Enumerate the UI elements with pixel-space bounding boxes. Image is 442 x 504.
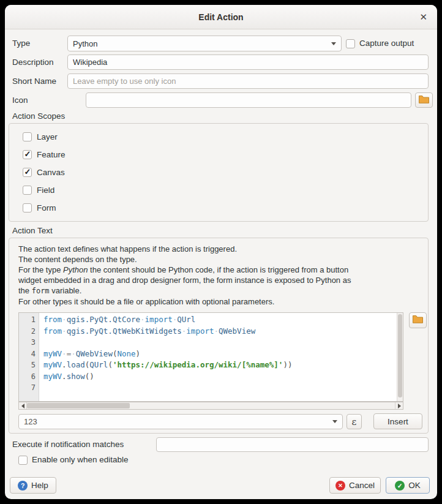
folder-icon [419,95,429,106]
scope-item-feature[interactable]: Feature [23,146,66,164]
line-number: 7 [19,382,36,394]
enable-editable-label: Enable only when editable [32,454,129,466]
scope-item-layer[interactable]: Layer [23,128,66,146]
capture-output-label: Capture output [359,36,414,51]
scope-checkbox-canvas[interactable] [23,168,32,177]
action-text-help-line: The content depends on the type. [18,254,351,265]
code-line[interactable] [43,337,403,348]
scroll-left-arrow[interactable] [19,402,27,409]
code-gutter: 1234567 [19,313,39,401]
folder-icon [413,315,423,326]
description-input[interactable] [67,55,429,70]
type-value: Python [73,39,328,48]
code-line[interactable]: from·qgis.PyQt.QtWebKitWidgets·import·QW… [43,326,403,337]
line-number: 4 [19,348,36,360]
cancel-button[interactable]: ✕ Cancel [329,477,381,494]
insert-button-label: Insert [388,417,408,426]
code-vertical-scrollbar[interactable] [397,313,403,401]
action-text-help-line: widget embedded in a drag and drop desig… [18,275,351,285]
expression-epsilon-icon: ε [352,416,357,427]
titlebar[interactable]: Edit Action ✕ [5,5,437,29]
scope-label: Feature [37,150,66,159]
scope-checkbox-form[interactable] [23,203,32,213]
code-text-area[interactable]: from·qgis.PyQt.QtCore·import·QUrlfrom·qg… [39,313,403,401]
code-editor[interactable]: 1234567 from·qgis.PyQt.QtCore·import·QUr… [18,312,403,402]
variable-combo[interactable]: 123 [18,414,343,429]
chevron-down-icon [332,420,337,423]
ok-icon: ✓ [395,481,405,491]
cancel-button-label: Cancel [349,481,375,490]
enable-editable-checkbox[interactable] [18,456,28,465]
help-button[interactable]: ? Help [10,477,56,494]
help-button-label: Help [31,481,48,490]
action-text-help-line: For other types it should be a file or a… [18,296,351,307]
scope-checkbox-field[interactable] [23,186,32,195]
execute-notification-label: Execute if notification matches [12,437,124,452]
edit-action-dialog: Edit Action ✕ Type Python Capture output… [5,5,437,499]
short-name-input[interactable] [67,73,429,89]
action-scopes-title: Action Scopes [12,111,65,121]
chevron-down-icon [331,42,336,45]
cancel-icon: ✕ [335,481,345,491]
code-line[interactable]: from·qgis.PyQt.QtCore·import·QUrl [43,314,403,326]
scope-item-canvas[interactable]: Canvas [23,164,66,181]
line-number: 6 [19,371,36,383]
action-scopes-group: LayerFeatureCanvasFieldForm [9,123,429,222]
description-label: Description [12,55,54,70]
line-number: 5 [19,359,36,371]
line-number: 2 [19,326,36,337]
variable-combo-value: 123 [24,417,329,426]
dialog-title: Edit Action [198,12,243,22]
scope-checkbox-layer[interactable] [23,132,32,141]
action-text-help-line: For the type Python the content should b… [18,265,351,275]
hscroll-thumb[interactable] [27,403,130,408]
capture-output-checkbox[interactable] [346,39,355,48]
expression-builder-button[interactable]: ε [346,414,362,429]
scope-label: Layer [37,132,58,141]
type-select[interactable]: Python [67,36,342,51]
code-open-file-button[interactable] [409,312,427,328]
code-line[interactable]: myWV.show() [43,371,403,383]
help-icon: ? [18,481,28,491]
ok-button-label: OK [408,481,421,490]
icon-browse-button[interactable] [415,92,433,108]
scope-checkbox-feature[interactable] [23,150,32,159]
type-label: Type [12,36,30,51]
ok-button[interactable]: ✓ OK [386,477,430,494]
scroll-right-arrow[interactable] [395,402,403,409]
close-icon[interactable]: ✕ [419,12,427,23]
code-line[interactable]: myWV.load(QUrl('https://wikipedia.org/wi… [43,359,403,371]
action-scopes-list: LayerFeatureCanvasFieldForm [23,128,66,217]
action-text-help: The action text defines what happens if … [18,244,351,307]
code-line[interactable]: myWV·=·QWebView(None) [43,348,403,360]
scope-label: Canvas [37,168,65,177]
short-name-label: Short Name [12,73,56,89]
action-text-help-line: the form variable. [18,285,351,296]
code-horizontal-scrollbar[interactable] [18,402,403,410]
code-line[interactable] [43,382,403,394]
execute-notification-input[interactable] [156,437,429,452]
scope-label: Form [37,203,56,213]
action-text-title: Action Text [12,226,53,235]
insert-button[interactable]: Insert [373,413,422,429]
icon-label: Icon [12,92,28,108]
scope-item-field[interactable]: Field [23,181,66,199]
scope-label: Field [37,186,54,195]
icon-input[interactable] [86,92,411,108]
line-number: 1 [19,314,36,326]
action-text-help-line: The action text defines what happens if … [18,244,351,254]
vscroll-thumb[interactable] [398,314,402,397]
scope-item-form[interactable]: Form [23,199,66,217]
line-number: 3 [19,337,36,348]
